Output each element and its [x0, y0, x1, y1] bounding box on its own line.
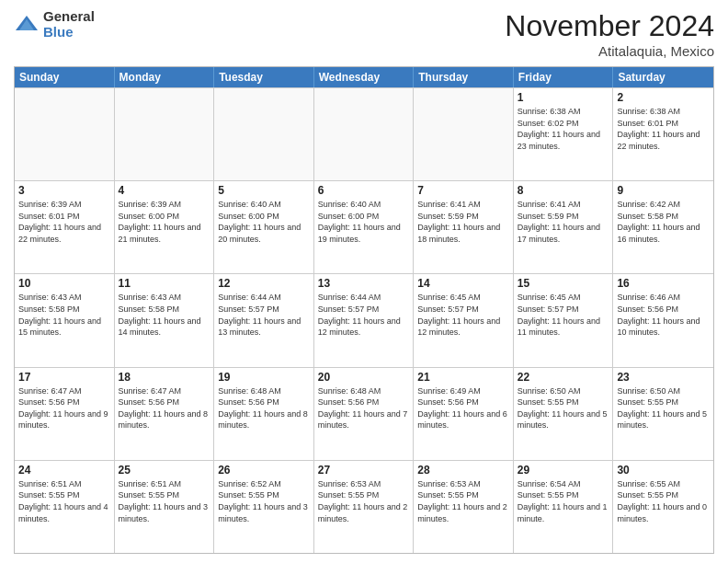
calendar-cell: 20Sunrise: 6:48 AMSunset: 5:56 PMDayligh… — [314, 368, 415, 460]
day-number: 2 — [617, 91, 710, 104]
calendar-cell: 25Sunrise: 6:51 AMSunset: 5:55 PMDayligh… — [115, 461, 215, 553]
day-number: 17 — [18, 371, 110, 384]
day-info: Sunrise: 6:45 AMSunset: 5:57 PMDaylight:… — [518, 292, 609, 338]
calendar-cell — [115, 88, 215, 180]
calendar-week-2: 3Sunrise: 6:39 AMSunset: 6:01 PMDaylight… — [15, 180, 713, 273]
day-info: Sunrise: 6:48 AMSunset: 5:56 PMDaylight:… — [318, 385, 410, 431]
calendar-cell: 29Sunrise: 6:54 AMSunset: 5:55 PMDayligh… — [514, 461, 614, 553]
calendar-header-wednesday: Wednesday — [314, 67, 415, 87]
calendar-cell: 28Sunrise: 6:53 AMSunset: 5:55 PMDayligh… — [414, 461, 514, 553]
logo-general-text: General — [43, 9, 95, 25]
page: General Blue November 2024 Atitalaquia, … — [0, 0, 728, 563]
day-number: 24 — [18, 464, 110, 477]
day-info: Sunrise: 6:48 AMSunset: 5:56 PMDaylight:… — [218, 385, 310, 431]
calendar-cell: 30Sunrise: 6:55 AMSunset: 5:55 PMDayligh… — [613, 461, 713, 553]
day-number: 25 — [119, 464, 210, 477]
logo-blue-text: Blue — [43, 25, 95, 40]
calendar-cell: 18Sunrise: 6:47 AMSunset: 5:56 PMDayligh… — [115, 368, 215, 460]
day-info: Sunrise: 6:54 AMSunset: 5:55 PMDaylight:… — [518, 478, 609, 524]
day-info: Sunrise: 6:38 AMSunset: 6:01 PMDaylight:… — [617, 106, 710, 152]
day-info: Sunrise: 6:53 AMSunset: 5:55 PMDaylight:… — [318, 478, 410, 524]
calendar-cell: 21Sunrise: 6:49 AMSunset: 5:56 PMDayligh… — [414, 368, 514, 460]
calendar-cell: 23Sunrise: 6:50 AMSunset: 5:55 PMDayligh… — [613, 368, 713, 460]
calendar-cell — [314, 88, 415, 180]
logo-icon — [14, 12, 40, 38]
calendar: SundayMondayTuesdayWednesdayThursdayFrid… — [14, 66, 714, 554]
calendar-cell: 4Sunrise: 6:39 AMSunset: 6:00 PMDaylight… — [115, 181, 215, 273]
calendar-cell: 7Sunrise: 6:41 AMSunset: 5:59 PMDaylight… — [414, 181, 514, 273]
day-number: 26 — [218, 464, 310, 477]
calendar-cell: 15Sunrise: 6:45 AMSunset: 5:57 PMDayligh… — [514, 274, 614, 366]
calendar-week-5: 24Sunrise: 6:51 AMSunset: 5:55 PMDayligh… — [15, 460, 713, 553]
calendar-cell: 1Sunrise: 6:38 AMSunset: 6:02 PMDaylight… — [514, 88, 614, 180]
calendar-cell: 19Sunrise: 6:48 AMSunset: 5:56 PMDayligh… — [214, 368, 314, 460]
calendar-cell: 10Sunrise: 6:43 AMSunset: 5:58 PMDayligh… — [15, 274, 115, 366]
day-info: Sunrise: 6:38 AMSunset: 6:02 PMDaylight:… — [518, 106, 609, 152]
day-info: Sunrise: 6:44 AMSunset: 5:57 PMDaylight:… — [318, 292, 410, 338]
calendar-cell: 9Sunrise: 6:42 AMSunset: 5:58 PMDaylight… — [613, 181, 713, 273]
calendar-cell — [414, 88, 514, 180]
day-number: 6 — [318, 184, 410, 197]
calendar-cell: 5Sunrise: 6:40 AMSunset: 6:00 PMDaylight… — [214, 181, 314, 273]
day-number: 14 — [417, 277, 509, 290]
calendar-header-monday: Monday — [115, 67, 215, 87]
day-number: 5 — [218, 184, 310, 197]
day-number: 28 — [417, 464, 509, 477]
day-number: 29 — [518, 464, 609, 477]
day-number: 22 — [518, 371, 609, 384]
day-info: Sunrise: 6:47 AMSunset: 5:56 PMDaylight:… — [119, 385, 210, 431]
day-info: Sunrise: 6:51 AMSunset: 5:55 PMDaylight:… — [119, 478, 210, 524]
calendar-body: 1Sunrise: 6:38 AMSunset: 6:02 PMDaylight… — [15, 87, 713, 553]
day-info: Sunrise: 6:41 AMSunset: 5:59 PMDaylight:… — [518, 199, 609, 245]
day-info: Sunrise: 6:52 AMSunset: 5:55 PMDaylight:… — [218, 478, 310, 524]
calendar-week-3: 10Sunrise: 6:43 AMSunset: 5:58 PMDayligh… — [15, 273, 713, 366]
calendar-cell: 12Sunrise: 6:44 AMSunset: 5:57 PMDayligh… — [214, 274, 314, 366]
calendar-header-friday: Friday — [514, 67, 614, 87]
location: Atitalaquia, Mexico — [505, 43, 714, 59]
day-info: Sunrise: 6:51 AMSunset: 5:55 PMDaylight:… — [18, 478, 110, 524]
day-number: 12 — [218, 277, 310, 290]
calendar-cell: 13Sunrise: 6:44 AMSunset: 5:57 PMDayligh… — [314, 274, 415, 366]
calendar-week-4: 17Sunrise: 6:47 AMSunset: 5:56 PMDayligh… — [15, 367, 713, 460]
title-block: November 2024 Atitalaquia, Mexico — [505, 9, 714, 59]
day-number: 8 — [518, 184, 609, 197]
calendar-cell: 2Sunrise: 6:38 AMSunset: 6:01 PMDaylight… — [613, 88, 713, 180]
day-number: 20 — [318, 371, 410, 384]
day-number: 30 — [617, 464, 710, 477]
day-info: Sunrise: 6:47 AMSunset: 5:56 PMDaylight:… — [18, 385, 110, 431]
header: General Blue November 2024 Atitalaquia, … — [14, 9, 714, 59]
day-number: 7 — [417, 184, 509, 197]
calendar-cell: 24Sunrise: 6:51 AMSunset: 5:55 PMDayligh… — [15, 461, 115, 553]
day-info: Sunrise: 6:53 AMSunset: 5:55 PMDaylight:… — [417, 478, 509, 524]
calendar-header-tuesday: Tuesday — [214, 67, 314, 87]
calendar-week-1: 1Sunrise: 6:38 AMSunset: 6:02 PMDaylight… — [15, 87, 713, 180]
logo-text: General Blue — [43, 9, 95, 40]
day-number: 3 — [18, 184, 110, 197]
calendar-cell — [15, 88, 115, 180]
calendar-cell: 26Sunrise: 6:52 AMSunset: 5:55 PMDayligh… — [214, 461, 314, 553]
calendar-cell: 8Sunrise: 6:41 AMSunset: 5:59 PMDaylight… — [514, 181, 614, 273]
day-info: Sunrise: 6:39 AMSunset: 6:01 PMDaylight:… — [18, 199, 110, 245]
day-number: 19 — [218, 371, 310, 384]
calendar-cell: 14Sunrise: 6:45 AMSunset: 5:57 PMDayligh… — [414, 274, 514, 366]
day-info: Sunrise: 6:46 AMSunset: 5:56 PMDaylight:… — [617, 292, 710, 338]
calendar-header-thursday: Thursday — [414, 67, 514, 87]
calendar-cell: 17Sunrise: 6:47 AMSunset: 5:56 PMDayligh… — [15, 368, 115, 460]
day-number: 27 — [318, 464, 410, 477]
day-number: 15 — [518, 277, 609, 290]
day-number: 23 — [617, 371, 710, 384]
day-info: Sunrise: 6:50 AMSunset: 5:55 PMDaylight:… — [617, 385, 710, 431]
calendar-cell: 3Sunrise: 6:39 AMSunset: 6:01 PMDaylight… — [15, 181, 115, 273]
day-info: Sunrise: 6:39 AMSunset: 6:00 PMDaylight:… — [119, 199, 210, 245]
day-info: Sunrise: 6:45 AMSunset: 5:57 PMDaylight:… — [417, 292, 509, 338]
day-info: Sunrise: 6:42 AMSunset: 5:58 PMDaylight:… — [617, 199, 710, 245]
day-info: Sunrise: 6:43 AMSunset: 5:58 PMDaylight:… — [119, 292, 210, 338]
day-info: Sunrise: 6:44 AMSunset: 5:57 PMDaylight:… — [218, 292, 310, 338]
day-number: 4 — [119, 184, 210, 197]
day-number: 18 — [119, 371, 210, 384]
month-title: November 2024 — [505, 9, 714, 43]
calendar-header-row: SundayMondayTuesdayWednesdayThursdayFrid… — [15, 67, 713, 87]
calendar-cell: 11Sunrise: 6:43 AMSunset: 5:58 PMDayligh… — [115, 274, 215, 366]
day-info: Sunrise: 6:41 AMSunset: 5:59 PMDaylight:… — [417, 199, 509, 245]
calendar-cell: 22Sunrise: 6:50 AMSunset: 5:55 PMDayligh… — [514, 368, 614, 460]
